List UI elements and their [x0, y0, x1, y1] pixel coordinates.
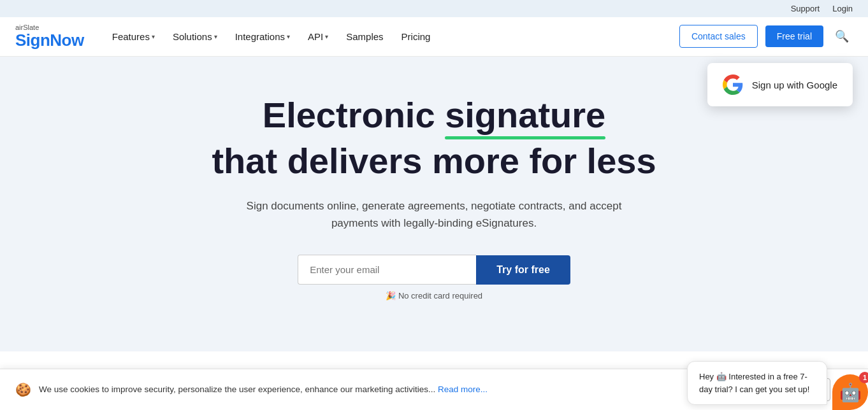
navbar: airSlate SignNow Features ▾ Solutions ▾ … [0, 17, 868, 57]
chevron-down-icon: ▾ [325, 33, 328, 40]
google-signup-popup[interactable]: Sign up with Google [707, 63, 853, 106]
hero-title: Electronic signature that delivers more … [15, 95, 853, 185]
google-signup-label: Sign up with Google [752, 80, 837, 90]
nav-api[interactable]: API ▾ [300, 26, 336, 47]
google-logo-icon [723, 74, 743, 95]
nav-samples[interactable]: Samples [338, 26, 391, 47]
support-link[interactable]: Support [791, 4, 820, 13]
logo-signnow-text: SignNow [15, 31, 84, 50]
email-input[interactable] [298, 255, 476, 285]
free-trial-button[interactable]: Free trial [765, 25, 823, 47]
nav-links: Features ▾ Solutions ▾ Integrations ▾ AP… [105, 26, 679, 47]
chevron-down-icon: ▾ [214, 33, 217, 40]
contact-sales-button[interactable]: Contact sales [679, 25, 758, 48]
nav-integrations[interactable]: Integrations ▾ [228, 26, 298, 47]
hero-cta: Try for free [15, 255, 853, 285]
try-for-free-button[interactable]: Try for free [476, 255, 570, 285]
hero-title-highlight: signature [445, 95, 605, 136]
logo[interactable]: airSlate SignNow [15, 24, 84, 50]
nav-right: Contact sales Free trial 🔍 [679, 25, 853, 48]
hero-title-line2: that delivers more for less [15, 138, 853, 185]
search-icon: 🔍 [835, 30, 849, 43]
chevron-down-icon: ▾ [287, 33, 290, 40]
nav-solutions[interactable]: Solutions ▾ [165, 26, 225, 47]
login-link[interactable]: Login [832, 4, 853, 13]
hero-subtitle: Sign documents online, generate agreemen… [243, 197, 625, 232]
search-button[interactable]: 🔍 [831, 25, 853, 47]
no-cc-icon: 🎉 [386, 291, 396, 300]
nav-features[interactable]: Features ▾ [105, 26, 163, 47]
top-bar: Support Login [0, 0, 868, 17]
no-cc-text: No credit card required [398, 291, 482, 300]
no-credit-card-notice: 🎉 No credit card required [15, 291, 853, 300]
hero-title-before: Electronic [263, 95, 445, 135]
nav-pricing[interactable]: Pricing [394, 26, 438, 47]
chevron-down-icon: ▾ [152, 33, 155, 40]
